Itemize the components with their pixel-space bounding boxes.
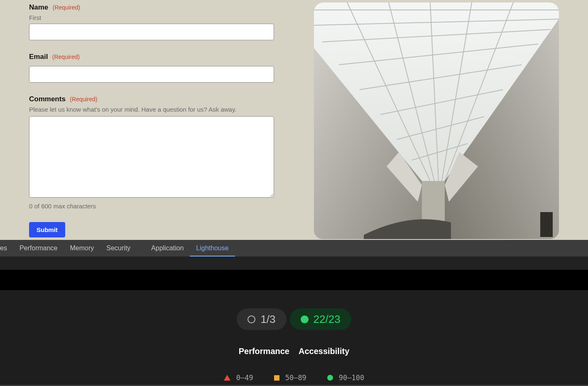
devtools-tab-bar: es Performance Memory Security Applicati…: [0, 240, 588, 257]
devtools-header-strip: [0, 270, 588, 290]
comments-char-counter: 0 of 600 max characters: [29, 203, 283, 210]
legend-average-label: 50–89: [285, 374, 306, 382]
tab-lighthouse[interactable]: Lighthouse: [190, 240, 235, 257]
email-label: Email: [29, 53, 48, 61]
score-pill-accessibility[interactable]: 22/23: [290, 308, 351, 330]
submit-button[interactable]: Submit: [29, 222, 65, 237]
tab-application[interactable]: Application: [145, 240, 190, 257]
comments-textarea[interactable]: [29, 116, 274, 198]
legend-pass: 90–100: [327, 374, 364, 382]
lighthouse-category-row: Performance Accessibility: [239, 347, 350, 356]
name-field-group: Name (Required) First: [29, 3, 283, 40]
name-sublabel: First: [29, 14, 283, 21]
svg-rect-19: [540, 212, 553, 237]
hero-image-column: [283, 0, 588, 239]
triangle-red-icon: [224, 375, 230, 381]
name-required-tag: (Required): [53, 4, 80, 11]
tab-performance[interactable]: Performance: [13, 240, 64, 257]
legend-pass-label: 90–100: [339, 374, 364, 382]
score-pill-accessibility-value: 22/23: [314, 313, 341, 326]
email-field-group: Email (Required): [29, 53, 283, 83]
comments-field-group: Comments (Required) Please let us know w…: [29, 95, 283, 210]
tab-security[interactable]: Security: [100, 240, 137, 257]
category-accessibility[interactable]: Accessibility: [299, 347, 349, 356]
tab-memory[interactable]: Memory: [64, 240, 100, 257]
comments-label: Comments: [29, 95, 66, 103]
legend-average: 50–89: [274, 374, 306, 382]
square-orange-icon: [274, 375, 279, 381]
email-required-tag: (Required): [52, 54, 80, 60]
name-label: Name: [29, 3, 48, 11]
dot-green-small-icon: [327, 375, 333, 381]
lighthouse-score-pills: 1/3 22/23: [237, 308, 351, 330]
devtools-toolbar-gap: [0, 257, 588, 270]
lighthouse-results: 1/3 22/23 Performance Accessibility 0–49…: [0, 290, 588, 386]
name-first-input[interactable]: [29, 24, 274, 40]
dot-green-icon: [301, 315, 309, 323]
architecture-image: [314, 2, 559, 239]
category-performance[interactable]: Performance: [239, 347, 289, 356]
score-pill-performance-value: 1/3: [260, 313, 275, 326]
circle-outline-icon: [247, 315, 255, 323]
page-content: Name (Required) First Email (Required) C…: [0, 0, 588, 240]
tab-truncated[interactable]: es: [0, 240, 13, 257]
lighthouse-legend: 0–49 50–89 90–100: [224, 374, 365, 382]
legend-fail-label: 0–49: [236, 374, 253, 382]
comments-help-text: Please let us know what's on your mind. …: [29, 106, 283, 113]
email-input[interactable]: [29, 66, 274, 83]
comments-required-tag: (Required): [70, 96, 97, 103]
legend-fail: 0–49: [224, 374, 253, 382]
score-pill-performance[interactable]: 1/3: [237, 308, 286, 330]
contact-form: Name (Required) First Email (Required) C…: [29, 0, 283, 239]
